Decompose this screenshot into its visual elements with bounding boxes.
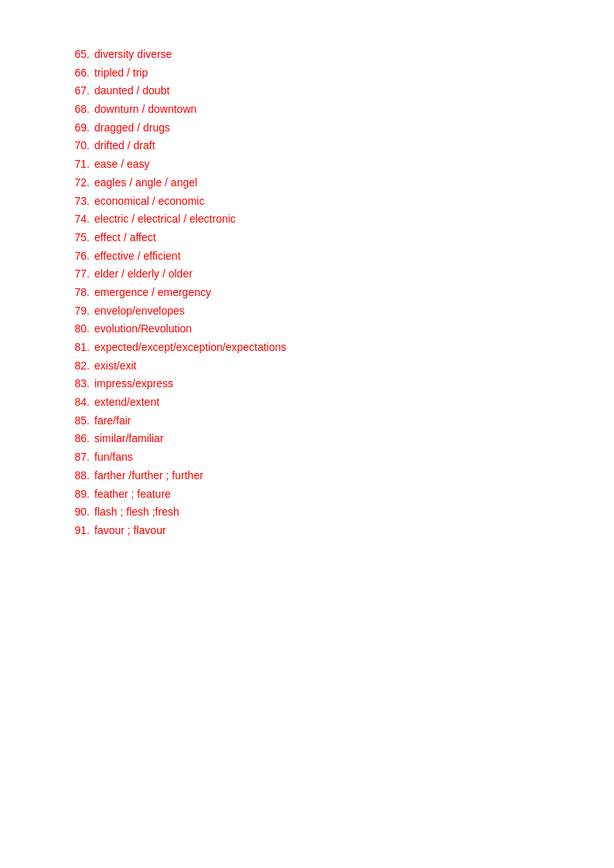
item-text: dragged / drugs <box>94 120 170 137</box>
item-text: impress/express <box>94 376 173 393</box>
list-item: 70.drifted / draft <box>62 138 552 155</box>
item-text: elder / elderly / older <box>94 266 193 283</box>
list-item: 69.dragged / drugs <box>62 120 552 137</box>
item-number: 89. <box>62 486 90 503</box>
item-number: 77. <box>62 266 90 283</box>
item-text: downturn / downtown <box>94 101 196 118</box>
list-item: 68.downturn / downtown <box>62 101 552 118</box>
item-number: 72. <box>62 175 90 192</box>
item-number: 76. <box>62 248 90 265</box>
item-text: exist/exit <box>94 358 136 375</box>
item-number: 74. <box>62 211 90 228</box>
list-item: 78.emergence / emergency <box>62 284 552 301</box>
item-text: extend/extent <box>94 394 159 411</box>
item-text: electric / electrical / electronic <box>94 211 236 228</box>
list-item: 71.ease / easy <box>62 156 552 173</box>
item-number: 65. <box>62 46 90 63</box>
item-number: 70. <box>62 138 90 155</box>
item-text: expected/except/exception/expectations <box>94 339 286 356</box>
list-item: 85.fare/fair <box>62 413 552 430</box>
item-number: 69. <box>62 120 90 137</box>
list-item: 84.extend/extent <box>62 394 552 411</box>
item-text: daunted / doubt <box>94 83 169 100</box>
item-text: effect / affect <box>94 230 156 247</box>
list-item: 88.farther /further ; further <box>62 468 552 485</box>
item-number: 78. <box>62 284 90 301</box>
item-number: 85. <box>62 413 90 430</box>
item-number: 87. <box>62 449 90 466</box>
list-item: 67.daunted / doubt <box>62 83 552 100</box>
item-number: 82. <box>62 358 90 375</box>
item-text: ease / easy <box>94 156 150 173</box>
item-number: 80. <box>62 321 90 338</box>
list-item: 82.exist/exit <box>62 358 552 375</box>
list-item: 83.impress/express <box>62 376 552 393</box>
item-text: feather ; feature <box>94 486 171 503</box>
item-text: economical / economic <box>94 193 204 210</box>
item-number: 79. <box>62 303 90 320</box>
list-item: 89.feather ; feature <box>62 486 552 503</box>
item-number: 71. <box>62 156 90 173</box>
item-text: flash ; flesh ;fresh <box>94 504 179 521</box>
list-item: 77.elder / elderly / older <box>62 266 552 283</box>
item-number: 81. <box>62 339 90 356</box>
item-text: emergence / emergency <box>94 284 211 301</box>
word-list: 65.diversity diverse66.tripled / trip67.… <box>62 46 552 540</box>
list-item: 90.flash ; flesh ;fresh <box>62 504 552 521</box>
item-number: 88. <box>62 468 90 485</box>
list-item: 75.effect / affect <box>62 230 552 247</box>
item-number: 84. <box>62 394 90 411</box>
item-number: 83. <box>62 376 90 393</box>
list-item: 72.eagles / angle / angel <box>62 175 552 192</box>
item-number: 68. <box>62 101 90 118</box>
item-number: 86. <box>62 431 90 448</box>
item-number: 75. <box>62 230 90 247</box>
item-text: drifted / draft <box>94 138 155 155</box>
list-item: 79.envelop/envelopes <box>62 303 552 320</box>
list-item: 86.similar/familiar <box>62 431 552 448</box>
item-text: favour ; flavour <box>94 523 166 540</box>
item-number: 91. <box>62 523 90 540</box>
item-text: fun/fans <box>94 449 133 466</box>
item-text: evolution/Revolution <box>94 321 192 338</box>
item-text: farther /further ; further <box>94 468 203 485</box>
list-item: 87.fun/fans <box>62 449 552 466</box>
list-item: 66.tripled / trip <box>62 65 552 82</box>
list-item: 73.economical / economic <box>62 193 552 210</box>
list-item: 81.expected/except/exception/expectation… <box>62 339 552 356</box>
item-number: 66. <box>62 65 90 82</box>
item-text: diversity diverse <box>94 46 172 63</box>
list-item: 80.evolution/Revolution <box>62 321 552 338</box>
list-item: 74.electric / electrical / electronic <box>62 211 552 228</box>
list-item: 76.effective / efficient <box>62 248 552 265</box>
list-item: 65.diversity diverse <box>62 46 552 63</box>
item-number: 73. <box>62 193 90 210</box>
item-number: 90. <box>62 504 90 521</box>
item-number: 67. <box>62 83 90 100</box>
item-text: similar/familiar <box>94 431 163 448</box>
item-text: fare/fair <box>94 413 131 430</box>
item-text: effective / efficient <box>94 248 181 265</box>
item-text: envelop/envelopes <box>94 303 185 320</box>
list-item: 91.favour ; flavour <box>62 523 552 540</box>
item-text: eagles / angle / angel <box>94 175 197 192</box>
item-text: tripled / trip <box>94 65 148 82</box>
